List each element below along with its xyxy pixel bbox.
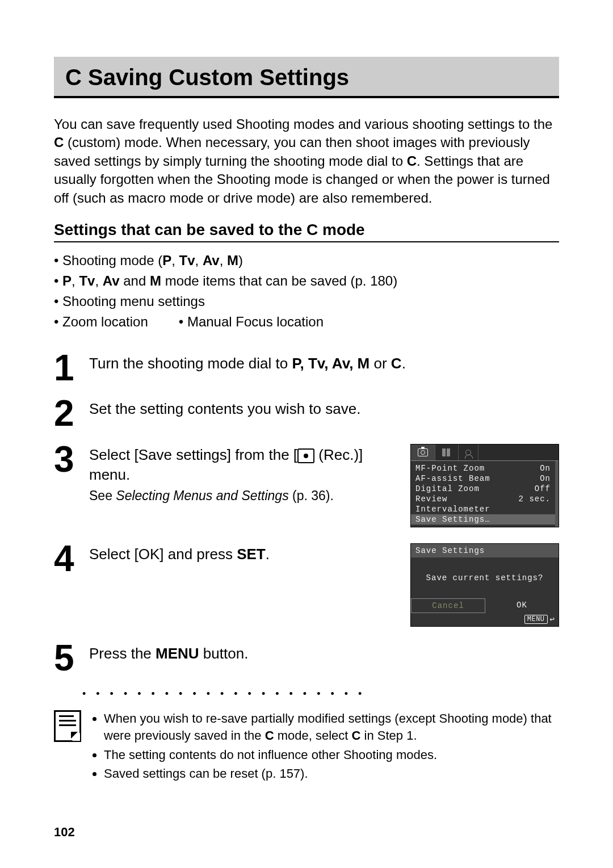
savable-settings-list: • Shooting mode (P, Tv, Av, M) • P, Tv, …	[54, 250, 559, 332]
tab-rec	[411, 445, 435, 460]
menu-badge: MENU	[524, 615, 548, 624]
step-text: Set the setting contents you wish to sav…	[89, 398, 559, 429]
ok-button: OK	[485, 598, 559, 613]
step-text: Select [OK] and press SET.	[89, 543, 397, 574]
tools-icon	[447, 448, 450, 456]
step-number: 1	[54, 353, 79, 383]
rec-icon	[297, 448, 314, 463]
notes-section: When you wish to re-save partially modif…	[54, 710, 559, 785]
note-icon	[54, 710, 81, 742]
bullet: Zoom location	[62, 314, 148, 329]
step-3: 3 Select [Save settings] from the [ (Rec…	[54, 444, 559, 527]
tab-mycamera	[459, 445, 478, 460]
step-2: 2 Set the setting contents you wish to s…	[54, 398, 559, 429]
save-settings-dialog: Save Settings Save current settings? Can…	[410, 543, 559, 627]
dialog-message: Save current settings?	[411, 557, 559, 598]
bullet: Manual Focus location	[187, 314, 324, 329]
step-text: Turn the shooting mode dial to P, Tv, Av…	[89, 353, 559, 383]
step-4: 4 Select [OK] and press SET. Save Settin…	[54, 543, 559, 627]
dialog-header: Save Settings	[411, 544, 559, 557]
tools-icon	[442, 448, 446, 456]
menu-item: Save Settings…	[411, 514, 555, 525]
note-item: Saved settings can be reset (p. 157).	[104, 765, 559, 782]
tab-setup	[435, 445, 459, 460]
rec-menu-screenshot: MF-Point ZoomOnAF-assist BeamOnDigital Z…	[410, 444, 559, 527]
step-number: 2	[54, 398, 79, 429]
step-number: 3	[54, 444, 79, 505]
bullet: Shooting menu settings	[62, 293, 205, 309]
section-heading: Settings that can be saved to the C mode	[54, 221, 559, 242]
step-1: 1 Turn the shooting mode dial to P, Tv, …	[54, 353, 559, 383]
menu-item: MF-Point ZoomOn	[415, 463, 551, 473]
dialog-footer: MENU↩	[411, 613, 559, 626]
step-number: 4	[54, 543, 79, 574]
cancel-button: Cancel	[411, 598, 485, 613]
separator-dots: •••••••••••••••••••••	[82, 688, 559, 700]
step-5: 5 Press the MENU button.	[54, 643, 559, 673]
step-text: Select [Save settings] from the [	[89, 446, 297, 463]
person-icon	[465, 450, 471, 455]
menu-item: Intervalometer	[415, 504, 551, 514]
page-number: 102	[54, 825, 75, 840]
bullet: Shooting mode (P, Tv, Av, M)	[62, 253, 243, 268]
step-number: 5	[54, 643, 79, 673]
camera-icon	[418, 448, 428, 456]
step-text: Press the MENU button.	[89, 643, 559, 673]
page-title: C Saving Custom Settings	[65, 65, 349, 90]
menu-item: Review2 sec.	[415, 494, 551, 504]
note-item: The setting contents do not influence ot…	[104, 747, 559, 764]
menu-item: AF-assist BeamOn	[415, 473, 551, 484]
bullet: P, Tv, Av and M mode items that can be s…	[62, 273, 397, 288]
note-item: When you wish to re-save partially modif…	[104, 710, 559, 744]
menu-list: MF-Point ZoomOnAF-assist BeamOnDigital Z…	[411, 461, 559, 527]
step-subtext: See Selecting Menus and Settings (p. 36)…	[89, 487, 397, 505]
menu-item: Digital ZoomOff	[415, 484, 551, 494]
intro-paragraph: You can save frequently used Shooting mo…	[54, 115, 559, 207]
page-title-banner: C Saving Custom Settings	[54, 57, 559, 98]
